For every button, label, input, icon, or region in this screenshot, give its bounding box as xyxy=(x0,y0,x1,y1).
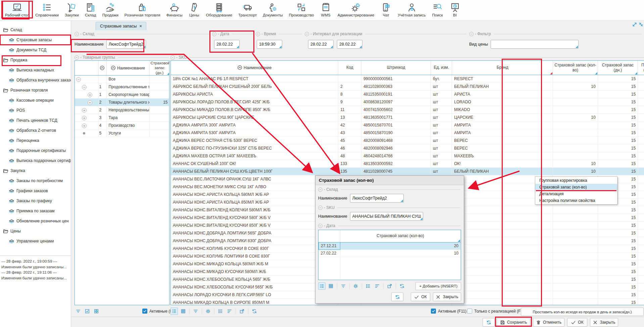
goods-group-row[interactable]: 5Услуги xyxy=(75,129,169,137)
list-icon[interactable] xyxy=(170,308,178,315)
time-input[interactable] xyxy=(257,40,282,49)
sidebar-item[interactable]: POS xyxy=(0,105,71,115)
checkbox-only-sales-f10[interactable]: Только с реализацией (F10) xyxy=(467,309,527,314)
sync-icon[interactable] xyxy=(398,282,406,290)
export-icon[interactable] xyxy=(238,308,246,315)
days-column-header[interactable]: Страховой запас (дн.) xyxy=(149,61,169,75)
close-button[interactable]: Закрыть xyxy=(590,318,618,327)
toolbar-item-desktop[interactable]: Рабочий стол xyxy=(2,1,32,18)
export-icon[interactable] xyxy=(386,282,393,290)
context-menu-item[interactable]: Групповая корректировка xyxy=(535,177,617,184)
collapse-icon[interactable]: − xyxy=(469,32,474,36)
sort-header[interactable] xyxy=(98,61,106,75)
collapse-icon[interactable]: − xyxy=(318,224,323,228)
column-header[interactable]: Код xyxy=(338,61,361,75)
toolbar-item-warehouse[interactable]: Склад xyxy=(82,1,99,18)
sidebar-item[interactable]: Графики заказов xyxy=(0,186,71,196)
column-header[interactable]: Страховой запас (дн.) xyxy=(598,61,638,75)
collapse-icon[interactable]: − xyxy=(318,206,323,210)
tab-close-icon[interactable]: × xyxy=(139,24,142,29)
collapse-node-icon[interactable]: − xyxy=(76,77,81,82)
collapse-icon[interactable]: − xyxy=(256,32,260,36)
sku-row[interactable]: АДЖИКА ВЕРЕС ОСТРАЯ СТ/Б 530Г ВЕРЕС45482… xyxy=(171,137,644,144)
add-insert-button[interactable]: + Добавить (INSERT) xyxy=(415,282,461,290)
date-cell[interactable]: 27.02.22 xyxy=(319,250,340,257)
restore-icon[interactable] xyxy=(639,22,643,27)
toolbar-item-catalogs[interactable]: Справочники xyxy=(32,1,62,18)
sidebar-folder[interactable]: Закупка xyxy=(0,166,71,176)
sku-row[interactable]: АДЖИКА АМРИТА 530Г АМРИТА434850015870190… xyxy=(171,129,644,137)
collapse-icon[interactable]: − xyxy=(75,55,79,60)
numbered-list-icon[interactable] xyxy=(217,308,224,315)
dialog-title[interactable]: Страховой запас (кол-во) xyxy=(315,176,464,185)
dialog-date-row[interactable]: 27.02.2210 xyxy=(319,250,461,257)
sidebar-item[interactable]: Выписка подарочных сертификат xyxy=(0,156,71,166)
toolbar-item-search[interactable]: Поиск xyxy=(429,1,446,18)
column-header[interactable]: Ед. изм. xyxy=(431,61,452,75)
sku-row[interactable]: АНАНАС ОК СУШЕНЫЙ 100Г ОК!13348135030005… xyxy=(171,160,644,167)
toolbar-item-wms[interactable]: WMS xyxy=(317,1,335,18)
collapse-icon[interactable]: − xyxy=(170,55,175,60)
collapse-node-icon[interactable]: − xyxy=(82,85,87,90)
column-header[interactable]: Штрихкод xyxy=(361,61,431,75)
sidebar-folder[interactable]: Склад xyxy=(0,25,71,35)
expand-node-icon[interactable]: + xyxy=(88,100,92,105)
collapse-icon[interactable]: − xyxy=(212,32,216,36)
checkbox-active-f11[interactable]: Активные (F11) xyxy=(431,309,466,314)
tab-strahovye-zapasy[interactable]: Страховые запасы × xyxy=(96,22,146,30)
sku-row[interactable]: АДЖИКА МАХЕЕВ ОСТРАЯ 140Г МАХЕЕВЪ4846042… xyxy=(171,152,644,160)
name-column-header[interactable]: Наименование xyxy=(106,61,149,75)
toolbar-item-equipment[interactable]: Оборудование xyxy=(203,1,235,18)
toolbar-item-chat[interactable]: Чат xyxy=(377,1,395,18)
toolbar-item-prices[interactable]: Цены xyxy=(186,1,203,18)
sku-row[interactable]: АДЖИКА ВЕРЕС ПО-ГРУЗИНСКИ 325Г СТ/Б ВЕРЕ… xyxy=(171,144,644,152)
qty-cell[interactable]: 10 xyxy=(340,250,461,257)
goods-group-row[interactable]: −Все xyxy=(75,75,169,83)
filter-icon[interactable] xyxy=(192,308,199,315)
sidebar-folder[interactable]: Продажа xyxy=(0,55,71,65)
filter-icon[interactable] xyxy=(340,282,347,290)
dialog-warehouse-input[interactable] xyxy=(350,194,404,203)
date-cell[interactable]: 27.12.21 xyxy=(319,242,340,250)
date-input[interactable] xyxy=(214,40,240,49)
sidebar-item[interactable]: Переоценка xyxy=(0,135,71,146)
sidebar-item[interactable]: Подарочные сертификаты xyxy=(0,146,71,156)
toolbar-item-bi[interactable]: BI xyxy=(446,1,464,18)
context-menu-item[interactable]: Настройка политики свойства xyxy=(535,197,617,204)
column-header[interactable]: Продано за интервал xyxy=(638,61,644,75)
toolbar-item-production[interactable]: Производство xyxy=(286,1,317,18)
sku-row[interactable]: АБРИКОСЫ МИКАДО ПОЛОВ.В СИРОПЕ 850Г Ж/Б1… xyxy=(171,106,644,113)
collapse-icon[interactable]: − xyxy=(305,32,309,36)
goods-group-row[interactable]: +4Производство xyxy=(75,122,169,129)
sidebar-item[interactable]: Печать ценников ТСД xyxy=(0,115,71,125)
sidebar-item[interactable]: Заказы по потребностям xyxy=(0,176,71,186)
context-menu-item[interactable]: Страховой запас (кол-во) xyxy=(535,184,617,190)
collapse-icon[interactable]: − xyxy=(318,187,323,192)
goods-group-row[interactable]: +1Скоропортящие товары xyxy=(75,91,169,99)
qty-column-header[interactable]: Страховой запас (кол-во) xyxy=(340,230,461,242)
sidebar-item[interactable]: Документы ТСД xyxy=(0,45,71,55)
ok-button[interactable]: ОК xyxy=(567,318,587,327)
dialog-refresh-button[interactable] xyxy=(391,292,403,301)
list-icon[interactable] xyxy=(318,282,326,290)
goods-group-row[interactable]: +3Тара xyxy=(75,114,169,122)
sku-row[interactable]: АБРИКОСЫ АРИСТА84811535000191штАРИСТА15 xyxy=(171,90,644,98)
table-icon[interactable] xyxy=(180,308,187,315)
toolbar-item-account[interactable]: Учётная запись xyxy=(395,1,429,18)
column-header[interactable]: Наименование xyxy=(171,61,338,75)
sku-row[interactable]: 18% СОК №1 АНАНАС РБ 1Л RESPECT990000000… xyxy=(171,75,644,83)
sidebar-item[interactable]: Страховые запасы xyxy=(0,35,71,45)
toolbar-item-retail[interactable]: Розничная торговля xyxy=(121,1,163,18)
toolbar-item-documents[interactable]: Документы xyxy=(260,1,286,18)
grid-icon[interactable] xyxy=(93,308,100,315)
toolbar-item-finance[interactable]: Финансы xyxy=(163,1,186,18)
sku-row[interactable]: АБРИКОСЫ ЦАРСКИЕ СУШ.90Г ЦАРСКИЕ13481363… xyxy=(171,113,644,121)
dialog-ok-button[interactable]: ОК xyxy=(411,292,430,301)
column-header[interactable]: Страховой запас (кол-во) xyxy=(553,61,598,75)
expand-node-icon[interactable]: + xyxy=(82,123,87,128)
toolbar-item-purchases[interactable]: Закупки xyxy=(62,1,82,18)
gear-icon[interactable] xyxy=(204,308,212,315)
sidebar-folder[interactable]: Цены xyxy=(0,226,71,236)
context-menu-item[interactable]: Детализация xyxy=(535,190,617,197)
expand-node-icon[interactable]: + xyxy=(82,108,87,113)
